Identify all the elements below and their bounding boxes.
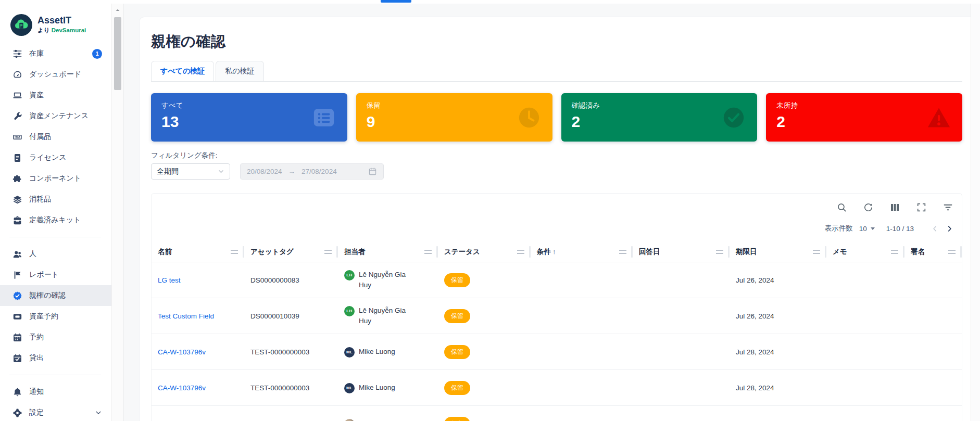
next-page-button[interactable] [942,221,957,236]
fullscreen-button[interactable] [916,202,927,213]
column-label: アセットタグ [250,247,294,257]
sidebar-scrollbar[interactable] [111,4,123,421]
avatar: LH [344,306,355,316]
column-label: 担当者 [344,247,366,257]
status-badge: 保留 [444,417,470,421]
scroll-up-icon[interactable] [115,7,120,13]
window-scrollbar[interactable] [971,4,980,421]
pagination: 表示件数 10 1-10 / 13 [152,215,962,242]
app-name: AssetIT [37,16,86,26]
period-select-value: 全期間 [157,167,179,176]
clock-icon [517,106,541,130]
sidebar-item-notifications[interactable]: 通知 [0,381,111,402]
assignee-cell: MLMike Luong [338,343,438,361]
column-menu-icon[interactable] [716,250,723,254]
period-select[interactable]: 全期間 [151,163,230,180]
column-menu-icon[interactable] [517,250,524,254]
asset-name-link[interactable]: Test Custom Field [158,312,214,320]
column-header-status[interactable]: ステータス [438,242,531,262]
app-logo[interactable]: AssetIT より DevSamurai [0,8,111,43]
list-card-icon [312,106,336,130]
tab-my-verifications[interactable]: 私の検証 [216,61,263,81]
filter-button[interactable] [943,202,953,213]
due-date-cell: Jul 26, 2024 [730,273,826,287]
search-button[interactable] [836,202,847,213]
status-cell: 保留 [438,378,531,398]
asset-name-link[interactable]: CA-W-103796v [158,384,206,392]
sidebar-item-people[interactable]: 人 [0,244,111,264]
stat-value: 2 [776,114,952,130]
asset-name-link[interactable]: CA-W-103796v [158,348,206,356]
column-header-response-date[interactable]: 回答日 [633,242,730,262]
column-header-assignee[interactable]: 担当者 [338,242,438,262]
stat-card-all[interactable]: すべて13 [151,93,347,142]
column-menu-icon[interactable] [813,250,820,254]
sidebar-item-checkouts[interactable]: 貸出 [0,348,111,368]
column-header-condition[interactable]: 条件↑ [531,242,633,262]
tab-all-verifications[interactable]: すべての検証 [151,61,214,81]
status-cell: 保留 [438,270,531,290]
date-range-input[interactable]: 20/08/2024 → 27/08/2024 [240,163,384,180]
column-menu-icon[interactable] [619,250,626,254]
sidebar-item-settings[interactable]: 設定 [0,402,111,421]
inventory-badge: 1 [92,49,102,59]
sidebar-item-licenses[interactable]: ライセンス [0,147,111,168]
column-header-signature[interactable]: 署名 [904,242,962,262]
sidebar-item-inventory[interactable]: 在庫1 [0,43,111,64]
due-date-cell: Jul 28, 2024 [730,345,826,359]
chevron-right-icon [946,225,953,233]
app-subtitle: より DevSamurai [37,27,86,34]
column-header-asset-tag[interactable]: アセットタグ [244,242,338,262]
assignee-cell: LHLê Nguyễn Gia Huy [338,266,438,294]
signature-cell [904,313,962,319]
sidebar-item-components[interactable]: コンポーネント [0,168,111,189]
stat-cards: すべて13保留9確認済み2未所持2 [151,93,962,142]
sidebar-item-custody-verification[interactable]: 親権の確認 [0,285,111,306]
sidebar-item-asset-maintenance[interactable]: 資産メンテナンス [0,106,111,126]
stat-label: 保留 [367,101,542,110]
tabs: すべての検証 私の検証 [151,61,962,82]
page-size-select[interactable]: 10 [859,225,875,233]
column-header-due-date[interactable]: 期限日 [730,242,826,262]
sidebar-item-reports[interactable]: レポート [0,264,111,285]
column-header-name[interactable]: 名前 [152,242,244,262]
sidebar-divider [9,237,101,237]
column-menu-icon[interactable] [891,250,898,254]
app-title-block: AssetIT より DevSamurai [37,16,86,34]
sidebar-item-predefined-kits[interactable]: 定義済みキット [0,210,111,231]
sidebar-item-label: 人 [29,249,36,259]
asset-name-link[interactable]: LG test [158,276,181,284]
assetit-logo-icon [10,14,32,36]
avatar: ML [344,383,355,393]
avatar: ML [344,347,355,358]
stat-card-not-held[interactable]: 未所持2 [766,93,962,142]
column-menu-icon[interactable] [424,250,432,254]
stat-label: 確認済み [572,101,747,110]
column-menu-icon[interactable] [231,250,238,254]
prev-page-button[interactable] [927,221,942,236]
sidebar-item-dashboard[interactable]: ダッシュボード [0,64,111,85]
date-arrow: → [288,168,296,175]
column-menu-icon[interactable] [948,250,956,254]
memo-cell [826,277,904,283]
sidebar-item-label: ダッシュボード [29,70,81,79]
sidebar-item-accessories[interactable]: 付属品 [0,126,111,147]
column-header-memo[interactable]: メモ [826,242,904,262]
check-circle-icon [722,106,746,130]
stat-card-pending[interactable]: 保留9 [356,93,552,142]
scrollbar-thumb[interactable] [114,17,121,90]
sidebar-item-asset-reservations[interactable]: 資産予約 [0,306,111,327]
column-label: 署名 [911,247,925,257]
assignee-cell: LHLê Nguyễn Gia Huy [338,302,438,330]
column-label: 条件↑ [537,247,556,257]
refresh-button[interactable] [863,202,874,213]
table-card: 表示件数 10 1-10 / 13 名前アセットタグ担当者ステータス条件↑回答日… [151,193,962,421]
sidebar-item-consumables[interactable]: 消耗品 [0,189,111,210]
sidebar-item-bookings[interactable]: 予約 [0,327,111,348]
sidebar-item-assets[interactable]: 資産 [0,85,111,106]
stat-card-confirmed[interactable]: 確認済み2 [561,93,758,142]
bell-icon [12,387,22,397]
columns-button[interactable] [889,202,900,213]
column-menu-icon[interactable] [324,250,332,254]
page-size-label: 表示件数 [825,224,853,233]
